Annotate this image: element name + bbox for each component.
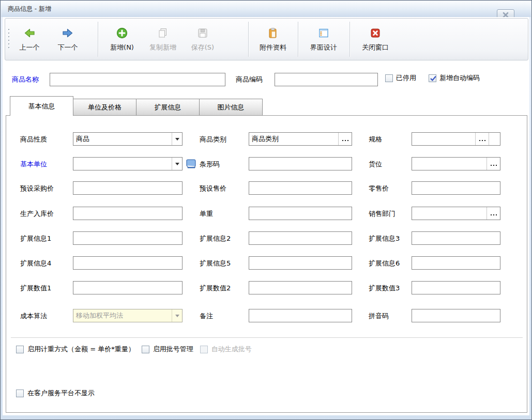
ext-info3-input[interactable] [412,231,500,245]
platform-row: 在客户服务平台不显示 [16,388,95,398]
spec-extra-button[interactable] [489,133,500,145]
ext-info6-input[interactable] [412,256,500,270]
tab-label: 扩展信息 [155,103,181,112]
ellipsis-button[interactable] [338,133,352,145]
toolbar-separator [98,22,98,57]
weighing-checkbox[interactable]: 启用计重方式（金额 = 单价*重量） [16,345,135,354]
barcode-input[interactable] [249,157,352,170]
chevron-down-icon[interactable] [172,133,182,145]
sales-department-field[interactable] [412,207,500,220]
chevron-down-icon [172,309,182,322]
save-icon [196,27,209,39]
autocode-label: 新增自动编码 [439,73,480,83]
preset-sale-price-input[interactable] [249,181,352,195]
unit-weight-input[interactable] [249,207,352,220]
combo-value: 商品 [73,133,172,145]
previous-button[interactable]: 上一个 [12,23,47,56]
storage-location-label: 货位 [369,160,382,169]
attachment-icon [267,27,279,39]
tab-label: 图片信息 [218,103,245,112]
checkbox-box[interactable] [429,74,436,82]
book-icon [185,158,197,169]
product-name-input[interactable] [50,73,225,86]
pinyin-code-input[interactable] [412,309,500,322]
client-area: 上一个 下一个 新增(N) [3,17,529,415]
preset-purchase-price-label: 预设采购价 [20,184,54,193]
ext-info2-input[interactable] [249,231,352,245]
production-in-price-input[interactable] [73,207,183,220]
retail-price-input[interactable] [412,181,500,195]
base-unit-label[interactable]: 基本单位 [20,160,47,169]
attachment-button[interactable]: 附件资料 [252,23,294,56]
save-button: 保存(S) [185,23,220,56]
checkbox-box[interactable] [16,390,24,397]
spec-label: 规格 [369,135,382,144]
product-code-input[interactable] [275,73,378,86]
ext-info2-label: 扩展信息2 [200,234,231,243]
product-category-input[interactable] [249,133,338,145]
ellipsis-button[interactable] [487,158,500,170]
toolbar-grip[interactable] [8,29,9,51]
checkbox-box[interactable] [385,74,393,82]
ext-num1-label: 扩展数值1 [20,284,51,293]
ext-num1-input[interactable] [73,281,183,294]
toolbar-separator [298,22,298,57]
storage-location-field[interactable] [412,157,500,170]
add-new-label: 新增(N) [110,43,134,52]
close-window-button[interactable]: 关闭窗口 [355,23,396,56]
ellipsis-button[interactable] [487,207,500,220]
stopped-label: 已停用 [396,73,416,83]
spec-field[interactable] [412,132,500,146]
sales-department-input[interactable] [412,207,487,220]
copy-new-button: 复制新增 [143,23,183,56]
titlebar[interactable]: 商品信息 - 新增 [1,1,531,17]
ellipsis-button[interactable] [475,133,489,145]
ext-info4-input[interactable] [73,256,183,270]
ext-info5-input[interactable] [249,256,352,270]
batch-checkbox[interactable]: 启用批号管理 [142,345,193,354]
product-name-label[interactable]: 商品名称 [12,75,39,84]
checkbox-box[interactable] [16,346,24,353]
ext-info4-label: 扩展信息4 [20,259,51,268]
product-category-field[interactable] [249,132,352,146]
ellipsis-icon [342,140,343,141]
close-window-icon [369,27,382,39]
chevron-down-icon[interactable] [172,158,182,170]
ellipsis-icon [491,214,492,215]
product-nature-combobox[interactable]: 商品 [73,132,183,146]
storage-location-input[interactable] [412,158,487,170]
tab-unit-price[interactable]: 单位及价格 [73,99,136,116]
tab-basic-info[interactable]: 基本信息 [10,96,73,116]
tab-picture-info[interactable]: 图片信息 [200,99,263,116]
add-new-button[interactable]: 新增(N) [104,23,140,56]
toolbar-separator [248,22,249,57]
hide-on-platform-checkbox[interactable]: 在客户服务平台不显示 [16,388,95,398]
spec-input[interactable] [412,133,475,145]
ext-info6-label: 扩展信息6 [369,259,400,268]
tab-label: 单位及价格 [88,103,121,112]
stopped-checkbox[interactable]: 已停用 [385,73,416,83]
tab-bar: 基本信息 单位及价格 扩展信息 图片信息 [10,96,263,116]
batch-label: 启用批号管理 [153,345,193,354]
checkbox-box [200,346,208,353]
next-button[interactable]: 下一个 [51,23,85,56]
ext-info1-input[interactable] [73,231,183,245]
arrow-right-icon [62,27,74,39]
auto-batch-checkbox: 自动生成批号 [200,345,252,354]
remark-input[interactable] [249,309,352,322]
checkbox-box[interactable] [142,346,149,353]
ellipsis-icon [479,140,480,141]
combo-value: 移动加权平均法 [73,309,172,322]
base-unit-combobox[interactable] [73,157,183,170]
pinyin-code-label: 拼音码 [369,312,389,321]
ext-num3-input[interactable] [412,281,500,294]
autocode-checkbox[interactable]: 新增自动编码 [429,73,480,83]
ext-num2-input[interactable] [249,281,352,294]
retail-price-label: 零售价 [369,184,389,193]
tab-extended-info[interactable]: 扩展信息 [136,99,200,116]
next-label: 下一个 [58,43,78,52]
preset-purchase-price-input[interactable] [73,181,183,195]
sales-department-label: 销售部门 [369,209,396,219]
ui-design-button[interactable]: 界面设计 [303,23,344,56]
ext-info5-label: 扩展信息5 [200,259,231,268]
